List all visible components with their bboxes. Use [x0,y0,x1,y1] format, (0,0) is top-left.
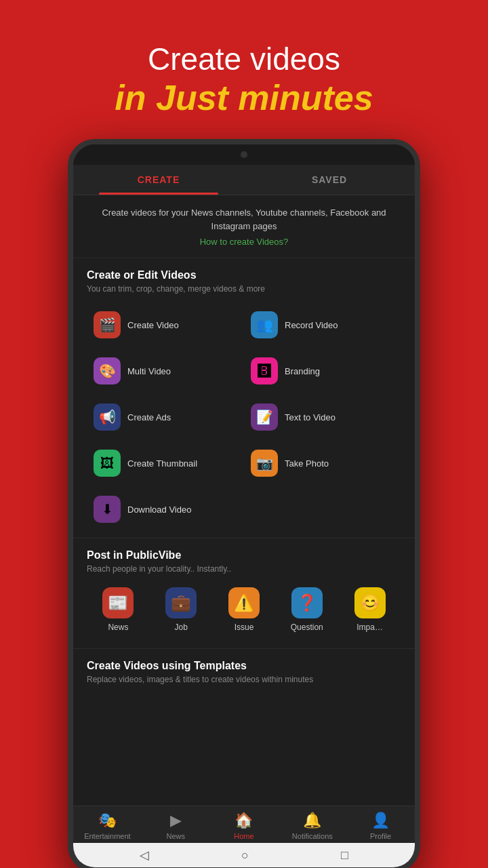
header: Create videos in Just minutes [0,41,488,118]
description-banner: Create videos for your News channels, Yo… [73,195,415,258]
nav-home[interactable]: 🏠 Home [210,812,279,840]
download-video-label: Download Video [127,505,191,515]
home-button[interactable]: ○ [241,848,249,863]
branding-item[interactable]: 🅱 Branding [244,348,401,394]
phone-frame: CREATE SAVED Create videos for your News… [68,139,420,868]
record-video-icon: 👥 [251,311,278,338]
record-video-label: Record Video [285,320,338,330]
news-nav-icon: ▶ [170,812,182,829]
back-button[interactable]: ◁ [140,848,149,863]
post-question-icon: ❓ [291,587,323,618]
profile-icon: 👤 [371,812,390,829]
take-photo-label: Take Photo [285,458,329,469]
download-video-item[interactable]: ⬇ Download Video [87,486,401,532]
templates-section: Create Videos using Templates Replace vi… [73,648,415,698]
home-icon: 🏠 [235,812,253,829]
post-news-icon: 📰 [102,587,134,618]
notifications-icon: 🔔 [303,812,321,829]
how-to-link[interactable]: How to create Videos? [87,237,401,247]
post-issue-item[interactable]: ⚠️ Issue [213,587,276,632]
post-job-icon: 💼 [165,587,197,618]
header-line2: in Just minutes [0,77,488,118]
take-photo-item[interactable]: 📷 Take Photo [244,440,401,486]
create-ads-item[interactable]: 📢 Create Ads [87,394,244,440]
create-video-item[interactable]: 🎬 Create Video [87,302,244,348]
phone-top-bar [73,144,415,165]
post-impact-label: Impa… [357,623,383,632]
description-text: Create videos for your News channels, Yo… [87,206,401,233]
post-section: Post in PublicVibe Reach people in your … [73,538,415,648]
text-to-video-item[interactable]: 📝 Text to Video [244,394,401,440]
text-to-video-label: Text to Video [285,412,336,422]
tab-create[interactable]: CREATE [73,165,244,195]
create-thumbnail-label: Create Thumbnail [127,458,197,469]
post-question-label: Question [291,623,323,632]
notifications-label: Notifications [292,832,333,840]
multi-video-item[interactable]: 🎨 Multi Video [87,348,244,394]
create-section-title: Create or Edit Videos [87,269,401,281]
profile-label: Profile [370,832,391,840]
nav-entertainment[interactable]: 🎭 Entertainment [73,812,142,840]
record-video-item[interactable]: 👥 Record Video [244,302,401,348]
take-photo-icon: 📷 [251,450,278,477]
post-section-subtitle: Reach people in your locality.. Instantl… [87,564,401,574]
templates-section-title: Create Videos using Templates [87,660,401,672]
nav-notifications[interactable]: 🔔 Notifications [278,812,346,840]
camera-dot [241,151,247,158]
nav-profile[interactable]: 👤 Profile [346,812,415,840]
create-ads-icon: 📢 [94,403,121,431]
post-issue-icon: ⚠️ [228,587,260,618]
home-label: Home [234,832,253,840]
branding-label: Branding [285,366,320,376]
multi-video-icon: 🎨 [94,357,121,384]
create-thumbnail-icon: 🖼 [94,450,121,477]
recent-button[interactable]: □ [341,848,348,863]
branding-icon: 🅱 [251,357,278,384]
create-section-subtitle: You can trim, crop, change, merge videos… [87,284,401,294]
main-content: Create videos for your News channels, Yo… [73,195,415,806]
header-line1: Create videos [0,41,488,77]
post-news-item[interactable]: 📰 News [87,587,150,632]
post-question-item[interactable]: ❓ Question [275,587,338,632]
tabs-bar: CREATE SAVED [73,165,415,195]
bottom-nav: 🎭 Entertainment ▶ News 🏠 Home 🔔 Notifica… [73,806,415,843]
post-impact-icon: 😊 [354,587,386,618]
post-section-title: Post in PublicVibe [87,549,401,561]
download-video-icon: ⬇ [94,496,121,523]
create-thumbnail-item[interactable]: 🖼 Create Thumbnail [87,440,244,486]
post-news-label: News [108,623,128,632]
multi-video-label: Multi Video [127,366,171,376]
nav-news[interactable]: ▶ News [142,812,210,840]
post-impact-item[interactable]: 😊 Impa… [338,587,401,632]
gesture-bar: ◁ ○ □ [73,843,415,867]
entertainment-label: Entertainment [84,832,130,840]
templates-section-subtitle: Replace videos, images & titles to creat… [87,675,401,684]
create-edit-section: Create or Edit Videos You can trim, crop… [73,258,415,538]
entertainment-icon: 🎭 [98,812,117,829]
create-grid: 🎬 Create Video 👥 Record Video 🎨 Multi Vi… [87,302,401,486]
create-ads-label: Create Ads [127,412,171,422]
post-icons-row: 📰 News 💼 Job ⚠️ Issue ❓ Question 😊 [87,582,401,643]
news-nav-label: News [166,832,185,840]
post-issue-label: Issue [235,623,254,632]
tab-saved[interactable]: SAVED [244,165,415,195]
post-job-label: Job [175,623,188,632]
post-job-item[interactable]: 💼 Job [150,587,213,632]
text-to-video-icon: 📝 [251,403,278,431]
create-video-label: Create Video [127,320,179,330]
create-video-icon: 🎬 [94,311,121,338]
